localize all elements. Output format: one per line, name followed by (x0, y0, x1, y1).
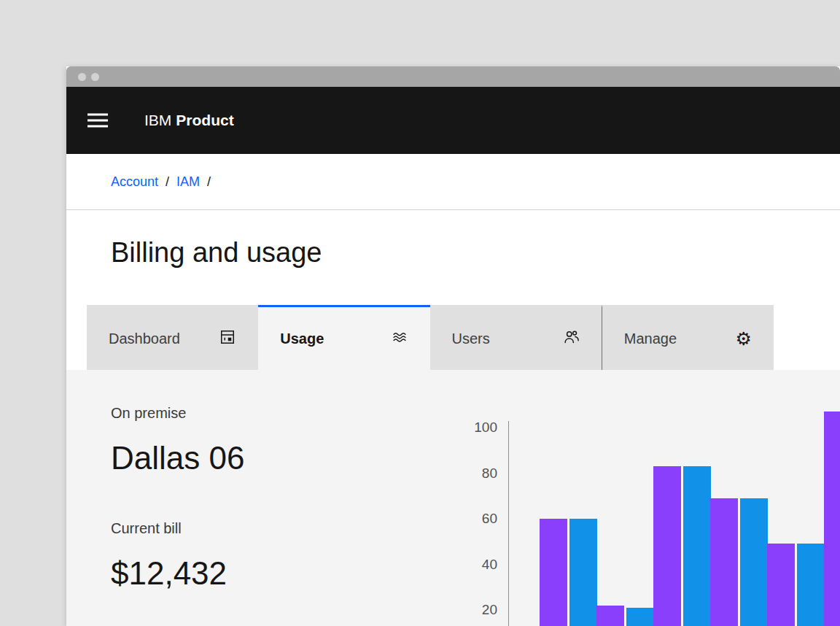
y-axis-label: 20 (446, 601, 497, 619)
app-window: IBM Product Account / IAM / Billing and … (66, 66, 840, 626)
y-axis-label: 80 (446, 465, 497, 482)
tab-dashboard[interactable]: Dashboard (87, 305, 258, 370)
users-icon (562, 328, 580, 349)
y-axis-label: 60 (446, 510, 497, 528)
bar-blue (626, 608, 654, 626)
bar-blue (797, 544, 825, 626)
tab-label: Manage (624, 331, 677, 347)
breadcrumb-link-iam[interactable]: IAM (176, 174, 200, 190)
bar-purple (824, 411, 840, 626)
bar-blue (683, 466, 711, 626)
window-control-dot[interactable] (78, 73, 86, 81)
page-background: IBM Product Account / IAM / Billing and … (0, 0, 840, 626)
breadcrumb: Account / IAM / (66, 154, 840, 210)
tab-label: Usage (280, 331, 324, 347)
breadcrumb-separator: / (207, 174, 211, 190)
bar-purple (596, 606, 624, 626)
tab-label: Dashboard (109, 331, 180, 347)
gear-icon: ⚙ (736, 330, 752, 347)
bar-purple (710, 498, 738, 626)
y-axis-line (508, 421, 509, 626)
tab-usage[interactable]: Usage (258, 305, 429, 370)
y-axis-label: 40 (446, 556, 497, 573)
bar-blue (569, 519, 597, 626)
hamburger-menu-icon[interactable] (88, 114, 108, 128)
bar-purple (653, 466, 681, 626)
tab-label: Users (452, 331, 490, 347)
bar-purple (767, 544, 795, 626)
breadcrumb-link-account[interactable]: Account (111, 174, 158, 190)
window-control-dot[interactable] (91, 73, 99, 81)
bar-purple (540, 519, 567, 626)
brand-prefix: IBM (144, 112, 171, 129)
bar-blue (740, 498, 768, 626)
usage-bar-chart: 10080604020 (66, 370, 840, 626)
window-titlebar (66, 66, 840, 87)
dashboard-icon (219, 328, 236, 349)
brand-title: IBM Product (144, 112, 234, 129)
usage-panel: On premise Dallas 06 Current bill $12,43… (66, 370, 840, 626)
waves-icon (391, 328, 408, 349)
app-header: IBM Product (66, 87, 840, 154)
tab-bar: Dashboard Usage (87, 305, 774, 370)
breadcrumb-separator: / (166, 174, 169, 190)
tab-manage[interactable]: Manage ⚙ (602, 305, 774, 370)
brand-name: Product (176, 112, 233, 129)
page-title: Billing and usage (111, 236, 322, 269)
y-axis-label: 100 (446, 419, 497, 436)
tab-users[interactable]: Users (430, 305, 602, 370)
